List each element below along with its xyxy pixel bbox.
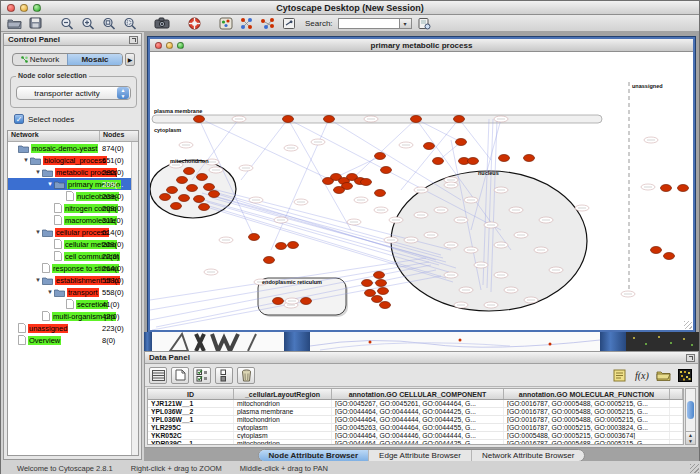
column-header[interactable] bbox=[670, 389, 683, 399]
table-cell: YPL036W__2 bbox=[148, 408, 234, 415]
node-color-select[interactable]: transporter activity ▲▼ bbox=[16, 86, 131, 100]
table-row[interactable]: YKR052Ccytoplasm[GO:0044464, GO:0044446,… bbox=[148, 432, 683, 440]
open-icon[interactable] bbox=[5, 16, 23, 31]
unselect-attributes-icon[interactable] bbox=[215, 367, 233, 384]
control-panel-tabs: Network Mosaic ▶ bbox=[12, 52, 135, 67]
tree-row[interactable]: ▼cellular process614(0) bbox=[8, 226, 138, 238]
column-header[interactable]: annotation.GO MOLECULAR_FUNCTION bbox=[504, 389, 670, 399]
table-row[interactable]: YPL036W__2plasma membrane[GO:0044464, GO… bbox=[148, 408, 683, 416]
tree-row[interactable]: mosaic-demo-yeast874(0) bbox=[8, 142, 138, 154]
tree-row[interactable]: nitrogen compo209(0) bbox=[8, 202, 138, 214]
float-data-panel-icon[interactable] bbox=[686, 354, 695, 362]
zoom-in-icon[interactable] bbox=[79, 16, 97, 31]
column-header[interactable]: _cellularLayoutRegion bbox=[234, 389, 332, 399]
network-window[interactable]: primary metabolic process plasma membran… bbox=[148, 37, 695, 332]
zoom-fit-icon[interactable] bbox=[100, 16, 118, 31]
node-highlighted bbox=[361, 179, 372, 186]
window-controls bbox=[7, 4, 41, 12]
network-window-resize-grip[interactable] bbox=[684, 321, 692, 329]
network-merge-icon[interactable] bbox=[259, 16, 277, 31]
import-attributes-icon[interactable] bbox=[654, 367, 672, 384]
new-attribute-icon[interactable] bbox=[171, 367, 189, 384]
tab-node-attribute-browser[interactable]: Node Attribute Browser bbox=[259, 450, 369, 461]
tab-mosaic[interactable]: Mosaic bbox=[67, 54, 122, 65]
attribute-matrix-icon[interactable] bbox=[676, 367, 694, 384]
node-highlighted bbox=[160, 194, 171, 201]
expand-icon[interactable]: ▼ bbox=[34, 169, 42, 175]
vizmapper-icon[interactable] bbox=[217, 16, 235, 31]
attribute-table-icon[interactable] bbox=[149, 367, 167, 384]
network-window-titlebar[interactable]: primary metabolic process bbox=[150, 39, 693, 52]
minimize-network-icon[interactable] bbox=[166, 42, 173, 49]
node-highlighted bbox=[678, 185, 689, 192]
tab-network[interactable]: Network bbox=[13, 54, 67, 65]
column-header[interactable]: ID bbox=[148, 389, 234, 399]
table-row[interactable]: YJR121W__1mitochondrion[GO:0045267, GO:0… bbox=[148, 400, 683, 408]
tree-row[interactable]: cellular metabo209(0) bbox=[8, 238, 138, 250]
tab-network-attribute-browser[interactable]: Network Attribute Browser bbox=[471, 450, 584, 461]
app-titlebar[interactable]: Cytoscape Desktop (New Session) bbox=[1, 1, 699, 15]
column-header[interactable]: annotation.GO CELLULAR_COMPONENT bbox=[332, 389, 504, 399]
zoom-out-icon[interactable] bbox=[58, 16, 76, 31]
tree-row[interactable]: ▼transport558(0) bbox=[8, 286, 138, 298]
search-dropdown-icon[interactable]: ▾ bbox=[400, 18, 412, 29]
table-row[interactable]: YDR039C__1mitochondrion[GO:0044464, GO:0… bbox=[148, 440, 683, 445]
tree-row[interactable]: ▼establishment of lo558(0) bbox=[8, 274, 138, 286]
search-input[interactable] bbox=[338, 18, 400, 29]
node-highlighted bbox=[273, 298, 284, 305]
tree-row[interactable]: ▼biological_process651(0) bbox=[8, 154, 138, 166]
expand-icon[interactable]: ▼ bbox=[46, 289, 54, 295]
expand-icon[interactable]: ▼ bbox=[34, 229, 42, 235]
zoom-selected-icon[interactable] bbox=[121, 16, 139, 31]
region-label: plasma membrane bbox=[154, 108, 202, 114]
minimize-window-icon[interactable] bbox=[20, 4, 28, 12]
select-attributes-icon[interactable] bbox=[193, 367, 211, 384]
tree-row[interactable]: macromolecule311(0) bbox=[8, 214, 138, 226]
tree-node-count: 651(0) bbox=[102, 156, 124, 165]
snapshot-icon[interactable] bbox=[153, 16, 171, 31]
tree-row[interactable]: multi-organism pro42(0) bbox=[8, 310, 138, 322]
node-highlighted bbox=[334, 187, 345, 194]
scrollbar-arrows[interactable]: ▲▼ bbox=[686, 431, 695, 444]
filter-icon[interactable] bbox=[415, 16, 433, 31]
select-nodes-checkbox[interactable]: ✓ bbox=[14, 114, 24, 124]
node-highlighted bbox=[661, 185, 672, 192]
data-panel-scrollbar[interactable]: ▲▼ bbox=[685, 388, 696, 445]
delete-attribute-icon[interactable] bbox=[237, 367, 255, 384]
annotation-notes-icon[interactable] bbox=[610, 367, 628, 384]
float-panel-icon[interactable] bbox=[129, 36, 138, 44]
save-icon[interactable] bbox=[26, 16, 44, 31]
expand-icon[interactable]: ▼ bbox=[22, 157, 30, 163]
tree-row[interactable]: nucleobase-209(0) bbox=[8, 190, 138, 202]
window-resize-grip[interactable] bbox=[690, 464, 699, 473]
tree-row[interactable]: ▼primary metabo209(... bbox=[8, 178, 138, 190]
svg-text:f(x): f(x) bbox=[635, 370, 649, 381]
tree-row[interactable]: response to stimulu264(0) bbox=[8, 262, 138, 274]
table-cell: mitochondrion bbox=[234, 416, 332, 423]
more-tabs-icon[interactable]: ▶ bbox=[125, 53, 135, 66]
tree-row[interactable]: ▼metabolic process280(0) bbox=[8, 166, 138, 178]
file-icon bbox=[42, 311, 50, 321]
expand-icon[interactable]: ▼ bbox=[34, 277, 42, 283]
zoom-network-icon[interactable] bbox=[177, 42, 184, 49]
tree-node-count: 311(0) bbox=[102, 216, 123, 225]
expand-icon[interactable]: ▼ bbox=[46, 181, 54, 187]
node-highlighted bbox=[187, 185, 198, 192]
close-window-icon[interactable] bbox=[7, 4, 15, 12]
network-overlay-icon[interactable] bbox=[238, 16, 256, 31]
tree-row[interactable]: secretion41(0) bbox=[8, 298, 138, 310]
network-canvas[interactable]: plasma membranecytoplasmmitochondrionnuc… bbox=[150, 52, 693, 330]
tree-row[interactable]: unassigned223(0) bbox=[8, 322, 138, 334]
help-icon[interactable] bbox=[185, 16, 203, 31]
function-builder-icon[interactable]: f(x) bbox=[632, 367, 650, 384]
close-network-icon[interactable] bbox=[155, 42, 162, 49]
tab-edge-attribute-browser[interactable]: Edge Attribute Browser bbox=[368, 450, 471, 461]
scrollbar-thumb[interactable] bbox=[687, 401, 694, 419]
table-row[interactable]: YPL036W__1mitochondrion[GO:0044464, GO:0… bbox=[148, 416, 683, 424]
tree-row[interactable]: Overview8(0) bbox=[8, 334, 138, 346]
annotation-icon[interactable] bbox=[280, 16, 298, 31]
tree-row[interactable]: cell communicat22(0) bbox=[8, 250, 138, 262]
tree-scrollbar[interactable] bbox=[131, 142, 138, 455]
zoom-window-icon[interactable] bbox=[33, 4, 41, 12]
table-row[interactable]: YLR295Ccytoplasm[GO:0045263, GO:0044464,… bbox=[148, 424, 683, 432]
